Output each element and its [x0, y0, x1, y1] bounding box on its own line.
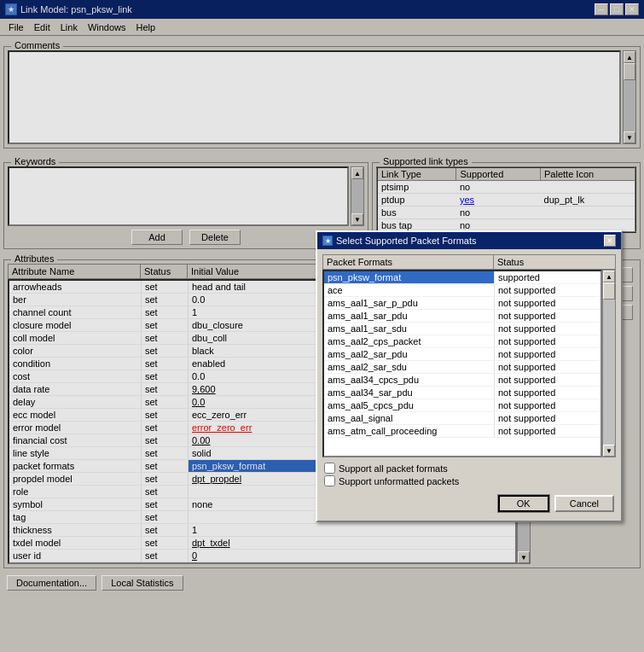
support-unformatted-checkbox-row: Support unformatted packets	[324, 475, 614, 486]
support-all-checkbox-row: Support all packet formats	[324, 463, 614, 474]
dialog-row-4[interactable]: ams_aal1_sar_sdunot supported	[324, 323, 600, 335]
dialog-overlay: ★ Select Supported Packet Formats ✕ Pack…	[0, 0, 644, 652]
dialog-row-3[interactable]: ams_aal1_sar_pdunot supported	[324, 310, 600, 323]
dialog-col-status-header: Status	[494, 255, 615, 269]
dialog-cell-format-8: ams_aal34_cpcs_pdu	[324, 374, 495, 386]
dialog-table-container: psn_pksw_formatsupportedacenot supported…	[322, 270, 616, 457]
dialog-cell-status-7: not supported	[495, 361, 600, 373]
dialog-scroll-thumb[interactable]	[603, 282, 615, 300]
dialog-row-2[interactable]: ams_aal1_sar_p_pdunot supported	[324, 297, 600, 310]
dialog-cell-format-9: ams_aal34_sar_pdu	[324, 387, 495, 399]
dialog-cell-status-10: not supported	[495, 399, 600, 411]
dialog-cell-format-10: ams_aal5_cpcs_pdu	[324, 399, 495, 411]
support-unformatted-label: Support unformatted packets	[339, 476, 459, 486]
ok-button[interactable]: OK	[498, 495, 549, 512]
dialog-row-9[interactable]: ams_aal34_sar_pdunot supported	[324, 387, 600, 399]
dialog-cell-format-4: ams_aal1_sar_sdu	[324, 323, 495, 335]
dialog-icon: ★	[322, 236, 333, 246]
dialog-row-11[interactable]: ams_aal_signalnot supported	[324, 412, 600, 425]
dialog-cell-status-1: not supported	[495, 284, 600, 296]
dialog-scroll-track	[603, 282, 615, 445]
dialog-cell-status-11: not supported	[495, 412, 600, 424]
dialog-title-text: Select Supported Packet Formats	[336, 236, 476, 246]
dialog-scroll-down[interactable]: ▼	[603, 445, 615, 457]
dialog-table-header: Packet Formats Status	[322, 254, 616, 270]
dialog-cell-format-11: ams_aal_signal	[324, 412, 495, 424]
select-packet-formats-dialog: ★ Select Supported Packet Formats ✕ Pack…	[316, 230, 623, 522]
dialog-cell-format-6: ams_aal2_sar_pdu	[324, 348, 495, 360]
dialog-row-12[interactable]: ams_atm_call_proceedingnot supported	[324, 425, 600, 438]
dialog-row-8[interactable]: ams_aal34_cpcs_pdunot supported	[324, 374, 600, 387]
dialog-cell-format-2: ams_aal1_sar_p_pdu	[324, 297, 495, 309]
support-unformatted-checkbox[interactable]	[324, 475, 335, 486]
support-all-label: Support all packet formats	[339, 463, 448, 474]
dialog-cell-format-7: ams_aal2_sar_sdu	[324, 361, 495, 373]
dialog-col-format-header: Packet Formats	[323, 255, 494, 269]
dialog-row-10[interactable]: ams_aal5_cpcs_pdunot supported	[324, 399, 600, 412]
dialog-cell-format-1: ace	[324, 284, 495, 296]
dialog-row-6[interactable]: ams_aal2_sar_pdunot supported	[324, 348, 600, 361]
dialog-row-5[interactable]: ams_aal2_cps_packetnot supported	[324, 335, 600, 348]
dialog-table[interactable]: psn_pksw_formatsupportedacenot supported…	[322, 270, 602, 457]
dialog-cell-status-0: supported	[495, 271, 600, 283]
dialog-close-button[interactable]: ✕	[604, 235, 616, 247]
dialog-cell-status-5: not supported	[495, 335, 600, 347]
dialog-scroll-up[interactable]: ▲	[603, 271, 615, 282]
dialog-cell-status-4: not supported	[495, 323, 600, 335]
dialog-cell-status-12: not supported	[495, 425, 600, 437]
dialog-cell-format-5: ams_aal2_cps_packet	[324, 335, 495, 347]
dialog-cell-status-8: not supported	[495, 374, 600, 386]
dialog-cell-format-0: psn_pksw_format	[324, 271, 495, 283]
support-all-checkbox[interactable]	[324, 463, 335, 474]
dialog-cell-status-6: not supported	[495, 348, 600, 360]
dialog-cell-status-9: not supported	[495, 387, 600, 399]
dialog-row-0[interactable]: psn_pksw_formatsupported	[324, 271, 600, 284]
dialog-ok-cancel: OK Cancel	[322, 492, 616, 515]
cancel-button[interactable]: Cancel	[554, 495, 614, 512]
dialog-cell-status-3: not supported	[495, 310, 600, 322]
dialog-row-7[interactable]: ams_aal2_sar_sdunot supported	[324, 361, 600, 374]
dialog-cell-format-3: ams_aal1_sar_pdu	[324, 310, 495, 322]
dialog-row-1[interactable]: acenot supported	[324, 284, 600, 297]
dialog-cell-format-12: ams_atm_call_proceeding	[324, 425, 495, 437]
dialog-cell-status-2: not supported	[495, 297, 600, 309]
dialog-title-bar: ★ Select Supported Packet Formats ✕	[317, 232, 621, 249]
dialog-content: Packet Formats Status psn_pksw_formatsup…	[317, 249, 621, 521]
dialog-checkboxes: Support all packet formats Support unfor…	[322, 457, 616, 492]
